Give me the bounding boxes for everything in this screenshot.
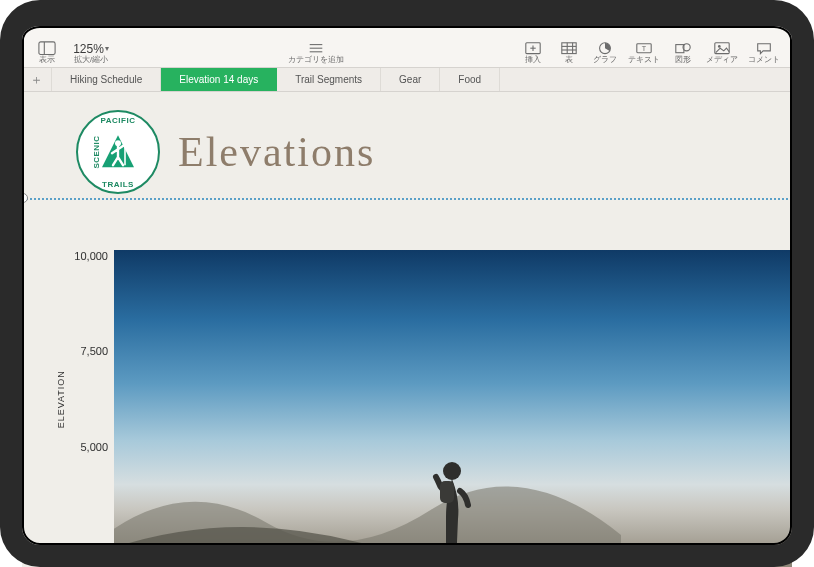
svg-text:T: T — [642, 44, 647, 53]
selection-handle[interactable] — [22, 193, 28, 203]
shape-icon — [674, 40, 692, 56]
sidebar-icon — [38, 40, 56, 56]
sheet-tab-food[interactable]: Food — [440, 68, 500, 91]
svg-rect-8 — [562, 43, 576, 54]
hiker-icon — [98, 131, 138, 171]
media-button[interactable]: メディア — [702, 28, 742, 67]
zoom-button[interactable]: 125% ▾ 拡大/縮小 — [66, 28, 116, 67]
badge-text-bottom: TRAILS — [102, 180, 134, 189]
sheet-tab-elevation-14-days[interactable]: Elevation 14 days — [161, 68, 277, 91]
badge-text-top: PACIFIC — [101, 116, 136, 125]
table-label: 表 — [565, 56, 573, 65]
chart-plot-area — [114, 250, 792, 567]
y-axis-label: ELEVATION — [56, 370, 66, 428]
hiker-figure-icon — [426, 457, 478, 567]
add-category-button[interactable]: カテゴリを追加 — [266, 28, 366, 67]
text-button[interactable]: T テキスト — [624, 28, 664, 67]
list-icon — [307, 40, 325, 56]
chevron-down-icon: ▾ — [105, 45, 109, 54]
sheet-tab-label: Elevation 14 days — [179, 74, 258, 85]
document-canvas[interactable]: PACIFIC SCENIC TRAILS Elevations ELEVATI… — [22, 92, 792, 567]
comment-button[interactable]: コメント — [744, 28, 784, 67]
chart-label: グラフ — [593, 56, 617, 65]
trail-logo-badge: PACIFIC SCENIC TRAILS — [76, 110, 160, 194]
shape-button[interactable]: 図形 — [666, 28, 700, 67]
badge-text-left: SCENIC — [92, 135, 101, 168]
insert-button[interactable]: 挿入 — [516, 28, 550, 67]
chart-y-axis: ELEVATION 10,000 7,500 5,000 — [62, 250, 114, 567]
add-sheet-button[interactable]: ＋ — [22, 68, 52, 91]
svg-rect-0 — [39, 42, 55, 55]
elevation-chart[interactable]: ELEVATION 10,000 7,500 5,000 — [62, 250, 792, 567]
page-title: Elevations — [178, 128, 375, 176]
add-category-label: カテゴリを追加 — [288, 56, 344, 65]
svg-point-19 — [718, 45, 721, 48]
view-label: 表示 — [39, 56, 55, 65]
svg-rect-16 — [676, 45, 684, 53]
sheet-tab-trail-segments[interactable]: Trail Segments — [277, 68, 381, 91]
svg-rect-23 — [440, 481, 454, 503]
y-tick: 5,000 — [80, 441, 108, 453]
divider-dotted — [22, 198, 792, 200]
insert-label: 挿入 — [525, 56, 541, 65]
svg-point-22 — [443, 462, 461, 480]
sheet-header: PACIFIC SCENIC TRAILS Elevations — [22, 110, 792, 194]
view-button[interactable]: 表示 — [30, 28, 64, 67]
insert-icon — [524, 40, 542, 56]
sheet-tab-label: Food — [458, 74, 481, 85]
sheet-tab-label: Trail Segments — [295, 74, 362, 85]
sheet-tab-label: Gear — [399, 74, 421, 85]
image-icon — [713, 40, 731, 56]
comment-label: コメント — [748, 56, 780, 65]
media-label: メディア — [706, 56, 738, 65]
table-button[interactable]: 表 — [552, 28, 586, 67]
shape-label: 図形 — [675, 56, 691, 65]
sheet-tab-label: Hiking Schedule — [70, 74, 142, 85]
comment-icon — [755, 40, 773, 56]
sheet-tab-bar: ＋ Hiking Schedule Elevation 14 days Trai… — [22, 68, 792, 92]
table-icon — [560, 40, 578, 56]
piechart-icon — [596, 40, 614, 56]
textbox-icon: T — [635, 40, 653, 56]
text-label: テキスト — [628, 56, 660, 65]
y-tick: 7,500 — [80, 345, 108, 357]
zoom-label: 拡大/縮小 — [74, 56, 108, 65]
chart-button[interactable]: グラフ — [588, 28, 622, 67]
mountain-silhouette — [114, 440, 621, 567]
y-tick: 10,000 — [74, 250, 108, 262]
sheet-tab-hiking-schedule[interactable]: Hiking Schedule — [52, 68, 161, 91]
toolbar: 表示 125% ▾ 拡大/縮小 カテゴリを追加 — [22, 26, 792, 68]
sheet-tab-gear[interactable]: Gear — [381, 68, 440, 91]
